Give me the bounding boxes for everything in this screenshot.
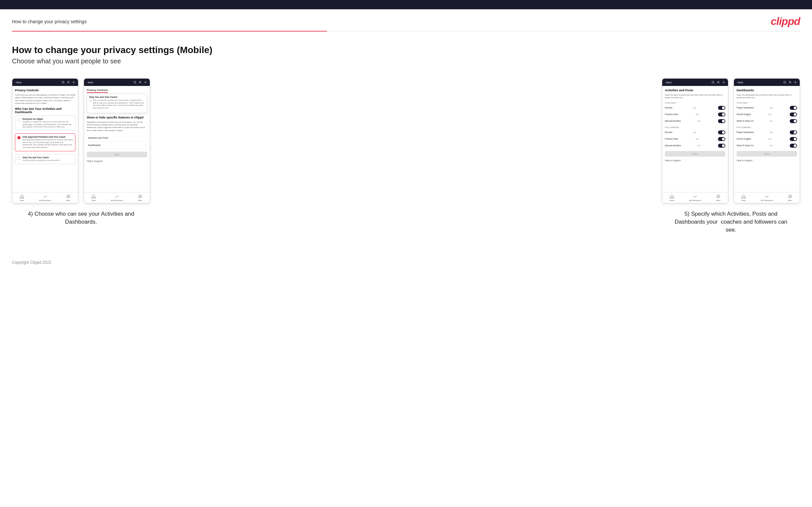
phone3-bottom-nav: Home My Performance Menu <box>662 192 728 203</box>
toggle-coaches-rounds-switch[interactable] <box>718 106 725 110</box>
toggle-coaches-workon-switch[interactable] <box>790 119 797 123</box>
person-icon[interactable] <box>67 80 70 84</box>
phone1-intro-text: Control how you and your data appears to… <box>15 94 75 105</box>
bottom-nav-menu4[interactable]: Menu <box>788 194 793 202</box>
menu-icon <box>66 194 71 199</box>
bottom-nav-performance2[interactable]: My Performance <box>111 194 123 202</box>
svg-line-22 <box>785 83 786 83</box>
toggle-followers-rounds-label: Rounds <box>665 131 672 133</box>
bottom-nav-home4[interactable]: Home <box>741 194 746 202</box>
page-heading: How to change your privacy settings (Mob… <box>12 45 800 55</box>
toggle-followers-workon-switch[interactable] <box>790 144 797 148</box>
settings-icon4[interactable] <box>794 80 797 84</box>
save-button3[interactable]: Save <box>665 151 725 157</box>
toggle-followers-rounds-on: ON <box>693 131 696 133</box>
toggle-coaches-drills-switch[interactable] <box>718 112 725 116</box>
phone2-back[interactable]: ‹ Back <box>87 81 93 83</box>
toggle-coaches-drills: Practice Drills ON <box>665 112 725 117</box>
toggle-coaches-drills-label: Practice Drills <box>665 113 678 115</box>
toggle-coaches-player-label: Player Dashboard <box>737 107 754 109</box>
home-icon4 <box>741 194 746 199</box>
radio-option-onlyyou[interactable]: Only You and Your Coach Only you and the… <box>15 154 75 164</box>
radio-onlyyou-content: Only You and Your Coach Only you and the… <box>22 156 60 162</box>
logo: clippd <box>771 15 800 27</box>
header: How to change your privacy settings clip… <box>0 9 812 31</box>
menu-label2: Menu <box>138 200 143 202</box>
phone2-bottom-nav: Home My Performance Menu <box>84 192 150 203</box>
toggle-coaches-workon-label: What To Work On <box>737 120 754 122</box>
header-title: How to change your privacy settings <box>12 19 87 24</box>
toggle-coaches-manual-switch[interactable] <box>718 119 725 123</box>
menu-item-dashboards[interactable]: Dashboards › <box>87 142 147 149</box>
save-button2[interactable]: Save <box>87 152 147 157</box>
svg-point-3 <box>73 82 74 83</box>
toggle-followers-manual-switch[interactable] <box>718 144 725 148</box>
svg-line-1 <box>64 83 64 83</box>
performance-icon4 <box>764 194 769 199</box>
settings-icon[interactable] <box>72 80 75 84</box>
phone4-coaches-label: COACHES <box>737 102 797 104</box>
bottom-nav-menu3[interactable]: Menu <box>716 194 721 202</box>
phone2-nav-icons <box>133 80 147 84</box>
popup-desc: Only you and the coaches you connect wit… <box>93 99 145 110</box>
toggle-coaches-insights-switch[interactable] <box>790 112 797 116</box>
svg-line-8 <box>136 83 136 83</box>
phone4-nav: ‹ Back <box>734 79 800 86</box>
phone2-show-hide-desc: Regardless of the privacy controls that … <box>87 121 147 132</box>
left-caption: 4) Choose who can see your Activities an… <box>24 210 138 226</box>
bottom-nav-performance[interactable]: My Performance <box>39 194 51 202</box>
phone4-back[interactable]: ‹ Back <box>737 81 743 83</box>
phone4-nav-icons <box>783 80 797 84</box>
toggle-followers-player-switch[interactable] <box>790 130 797 134</box>
menu-item-activities[interactable]: Activities and Posts › <box>87 134 147 142</box>
toggle-followers-player: Player Dashboard ON <box>737 130 797 135</box>
person-icon3[interactable] <box>717 80 720 84</box>
toggle-coaches-player-switch[interactable] <box>790 106 797 110</box>
radio-approved-circle <box>17 136 20 139</box>
settings-icon2[interactable] <box>144 80 147 84</box>
bottom-nav-performance4[interactable]: My Performance <box>761 194 773 202</box>
copyright-text: Copyright Clippd 2022 <box>12 260 51 265</box>
phone1-back[interactable]: ‹ Back <box>15 81 21 83</box>
bottom-nav-home[interactable]: Home <box>19 194 24 202</box>
bottom-nav-home3[interactable]: Home <box>669 194 674 202</box>
toggle-coaches-drills-on: ON <box>696 113 699 115</box>
toggle-followers-player-on: ON <box>770 131 773 133</box>
toggle-followers-drills-switch[interactable] <box>718 137 725 141</box>
toggle-followers-insights-switch[interactable] <box>790 137 797 141</box>
search-icon4[interactable] <box>783 80 786 84</box>
phone3-body: Activities and Posts Select the types of… <box>662 86 728 192</box>
chevron-left-icon4: ‹ <box>737 81 737 83</box>
bottom-nav-menu2[interactable]: Menu <box>138 194 143 202</box>
menu-icon3 <box>716 194 721 199</box>
search-icon[interactable] <box>61 80 65 84</box>
performance-icon2 <box>114 194 119 199</box>
search-icon3[interactable] <box>711 80 715 84</box>
bottom-nav-performance3[interactable]: My Performance <box>689 194 701 202</box>
svg-point-7 <box>134 81 136 83</box>
phone4-desc: Select the dashboards that you'd like to… <box>737 94 797 99</box>
settings-icon3[interactable] <box>722 80 725 84</box>
performance-icon <box>43 194 48 199</box>
bottom-nav-home2[interactable]: Home <box>91 194 96 202</box>
phone3-back[interactable]: ‹ Back <box>665 81 671 83</box>
person-icon2[interactable] <box>139 80 142 84</box>
radio-option-everyone[interactable]: Everyone on Clippd Everyone on Clippd ca… <box>15 115 75 131</box>
home-label3: Home <box>670 200 674 202</box>
phone2: ‹ Back Privacy Controls <box>84 78 150 204</box>
toggle-followers-manual-label: Manual Activities <box>665 144 681 147</box>
search-icon2[interactable] <box>133 80 137 84</box>
person-icon4[interactable] <box>789 80 792 84</box>
toggle-followers-rounds-switch[interactable] <box>718 130 725 134</box>
screenshots-grid: ‹ Back Privacy Controls Control how you … <box>12 78 800 234</box>
phone1-body: Privacy Controls Control how you and you… <box>12 86 78 192</box>
toggle-coaches-workon-on: ON <box>769 120 772 122</box>
toggle-followers-workon-on: ON <box>769 145 772 147</box>
save-button4[interactable]: Save <box>737 151 797 157</box>
toggle-followers-drills-on: ON <box>696 138 699 140</box>
chevron-left-icon3: ‹ <box>665 81 666 83</box>
radio-everyone-circle <box>17 118 20 121</box>
help-support-label4: Help & Support <box>737 159 797 162</box>
bottom-nav-menu[interactable]: Menu <box>66 194 71 202</box>
radio-option-approved[interactable]: Only Approved Followers and Your Coach O… <box>15 133 75 151</box>
